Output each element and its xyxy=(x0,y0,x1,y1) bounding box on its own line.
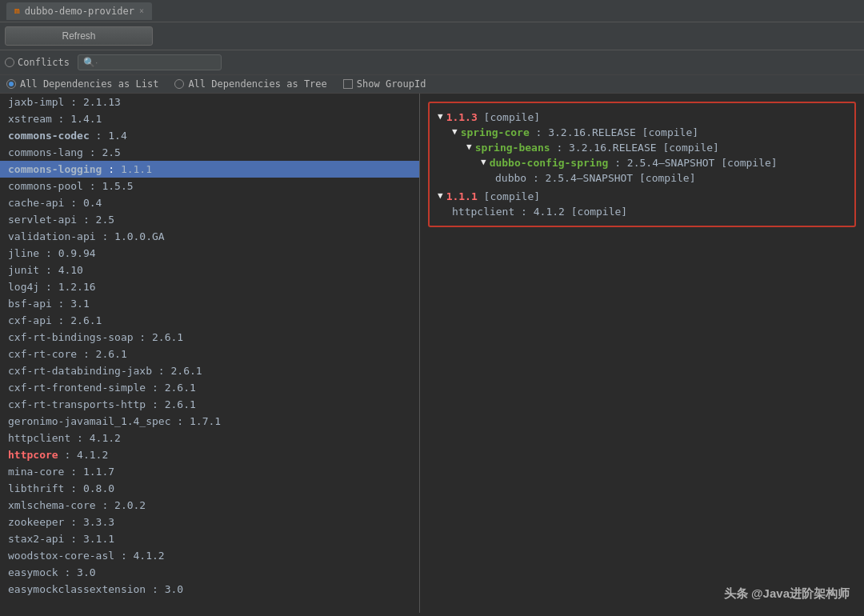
list-item[interactable]: easymock : 3.0 xyxy=(0,564,419,581)
list-item[interactable]: woodstox-core-asl : 4.1.2 xyxy=(0,547,419,564)
list-item[interactable]: commons-pool : 1.5.5 xyxy=(0,178,419,194)
dep-name: cxf-rt-frontend-simple xyxy=(8,382,146,394)
list-item[interactable]: commons-logging : 1.1.1 xyxy=(0,161,419,178)
dep-version: 2.5 xyxy=(102,146,120,158)
dep-name: easymockclassextension xyxy=(8,583,146,595)
list-item[interactable]: jline : 0.9.94 xyxy=(0,245,419,262)
list-item[interactable]: xmlschema-core : 2.0.2 xyxy=(0,497,419,514)
dep-version: 1.7.1 xyxy=(190,415,221,427)
list-item[interactable]: servlet-api : 2.5 xyxy=(0,211,419,228)
radio-tree-circle xyxy=(174,79,184,89)
dep-version: 4.1.2 xyxy=(77,449,108,461)
list-item[interactable]: cxf-rt-core : 2.6.1 xyxy=(0,346,419,362)
dep-version: 2.6.1 xyxy=(171,365,202,377)
arrow-dubbo-config: ▼ xyxy=(481,157,486,167)
list-item[interactable]: bsf-api : 3.1 xyxy=(0,295,419,312)
tree-node-dubbo-config[interactable]: ▼ dubbo-config-spring : 2.5.4–SNAPSHOT [… xyxy=(438,155,846,170)
list-item[interactable]: stax2-api : 3.1.1 xyxy=(0,530,419,547)
tree-node-spring-beans[interactable]: ▼ spring-beans : 3.2.16.RELEASE [compile… xyxy=(438,140,846,155)
list-item[interactable]: xstream : 1.4.1 xyxy=(0,110,419,127)
dep-name: commons-lang xyxy=(8,146,83,158)
dep-version: 4.10 xyxy=(58,264,83,276)
dep-version: 4.1.2 xyxy=(90,432,121,444)
dependency-tree: ▼ 1.1.3 [compile] ▼ spring-core : 3.2.16… xyxy=(420,94,864,613)
dep-name: commons-logging xyxy=(8,163,102,175)
list-item[interactable]: cxf-rt-bindings-soap : 2.6.1 xyxy=(0,329,419,346)
list-item[interactable]: log4j : 1.2.16 xyxy=(0,278,419,295)
dep-version: 4.1.2 xyxy=(134,550,165,562)
title-bar: m dubbo-demo-provider × xyxy=(0,0,864,22)
dep-version: 1.2.16 xyxy=(58,281,96,293)
dep-name: geronimo-javamail_1.4_spec xyxy=(8,415,171,427)
group1-version: 1.1.3 xyxy=(446,111,478,123)
tab-label: dubbo-demo-provider xyxy=(25,6,134,17)
dep-name: zookeeper xyxy=(8,516,64,528)
dep-name: xstream xyxy=(8,113,52,125)
all-as-list-option[interactable]: All Dependencies as List xyxy=(6,78,158,90)
refresh-button[interactable]: Refresh xyxy=(5,26,153,46)
show-groupid-option[interactable]: Show GroupId xyxy=(343,78,426,90)
dep-name: stax2-api xyxy=(8,533,64,545)
list-item[interactable]: cxf-api : 2.6.1 xyxy=(0,312,419,329)
dep-version: 3.3.3 xyxy=(83,516,114,528)
arrow-group1: ▼ xyxy=(438,111,443,122)
dep-name: commons-pool xyxy=(8,180,83,192)
list-item[interactable]: mina-core : 1.1.7 xyxy=(0,463,419,480)
list-item[interactable]: libthrift : 0.8.0 xyxy=(0,480,419,497)
dep-name: woodstox-core-asl xyxy=(8,550,114,562)
dep-version: 0.9.94 xyxy=(58,247,96,259)
show-groupid-checkbox[interactable] xyxy=(343,79,353,89)
editor-tab[interactable]: m dubbo-demo-provider × xyxy=(6,2,152,20)
close-tab-button[interactable]: × xyxy=(139,6,144,15)
list-item[interactable]: cxf-rt-databinding-jaxb : 2.6.1 xyxy=(0,362,419,379)
dep-version: 2.6.1 xyxy=(70,314,102,326)
dep-name: bsf-api xyxy=(8,298,52,310)
radio-options: All Dependencies as List All Dependencie… xyxy=(0,75,864,94)
list-item[interactable]: cache-api : 0.4 xyxy=(0,194,419,211)
conflicts-radio-circle xyxy=(5,58,14,67)
tree-node-group1[interactable]: ▼ 1.1.3 [compile] xyxy=(438,110,846,125)
list-item[interactable]: httpclient : 4.1.2 xyxy=(0,430,419,446)
dependency-list[interactable]: jaxb-impl : 2.1.13xstream : 1.4.1commons… xyxy=(0,94,420,613)
dep-version: 3.1 xyxy=(70,298,89,310)
radio-list-label: All Dependencies as List xyxy=(20,78,158,90)
search-input[interactable] xyxy=(78,54,222,70)
radio-list-circle xyxy=(6,79,16,89)
list-item[interactable]: junit : 4.10 xyxy=(0,262,419,278)
dep-name: servlet-api xyxy=(8,214,77,226)
dep-name: cxf-rt-bindings-soap xyxy=(8,331,134,343)
list-item[interactable]: commons-codec : 1.4 xyxy=(0,127,419,144)
dep-version: 2.6.1 xyxy=(165,382,196,394)
dep-version: 2.1.13 xyxy=(83,96,121,108)
list-item[interactable]: commons-lang : 2.5 xyxy=(0,144,419,161)
list-item[interactable]: geronimo-javamail_1.4_spec : 1.7.1 xyxy=(0,413,419,430)
all-as-tree-option[interactable]: All Dependencies as Tree xyxy=(174,78,326,90)
arrow-spring-beans: ▼ xyxy=(466,142,472,152)
list-item[interactable]: zookeeper : 3.3.3 xyxy=(0,514,419,530)
main-content: jaxb-impl : 2.1.13xstream : 1.4.1commons… xyxy=(0,94,864,613)
dep-version: 2.6.1 xyxy=(165,398,196,410)
arrow-group2: ▼ xyxy=(438,190,443,201)
tree-node-httpclient[interactable]: httpclient : 4.1.2 [compile] xyxy=(438,204,846,219)
dep-version: 1.4.1 xyxy=(70,113,102,125)
list-item[interactable]: easymockclassextension : 3.0 xyxy=(0,581,419,598)
group2-version: 1.1.1 xyxy=(446,190,478,202)
dep-name: jline xyxy=(8,247,39,259)
list-item[interactable]: httpcore : 4.1.2 xyxy=(0,446,419,463)
list-item[interactable]: jaxb-impl : 2.1.13 xyxy=(0,94,419,110)
dep-name: libthrift xyxy=(8,482,64,494)
dep-name: httpclient xyxy=(8,432,70,444)
dep-version: 3.0 xyxy=(77,566,95,578)
dep-version: 0.8.0 xyxy=(83,482,114,494)
dep-name: httpcore xyxy=(8,449,58,461)
tree-node-group2[interactable]: ▼ 1.1.1 [compile] xyxy=(438,189,846,204)
list-item[interactable]: cxf-rt-frontend-simple : 2.6.1 xyxy=(0,379,419,396)
tree-node-spring-core[interactable]: ▼ spring-core : 3.2.16.RELEASE [compile] xyxy=(438,125,846,140)
list-item[interactable]: validation-api : 1.0.0.GA xyxy=(0,228,419,245)
dep-name: mina-core xyxy=(8,466,64,478)
dep-version: 3.0 xyxy=(165,583,183,595)
dep-name: cxf-rt-transports-http xyxy=(8,398,146,410)
tree-node-dubbo[interactable]: dubbo : 2.5.4–SNAPSHOT [compile] xyxy=(438,170,846,186)
list-item[interactable]: cxf-rt-transports-http : 2.6.1 xyxy=(0,396,419,413)
conflicts-filter[interactable]: Conflicts xyxy=(5,57,70,68)
